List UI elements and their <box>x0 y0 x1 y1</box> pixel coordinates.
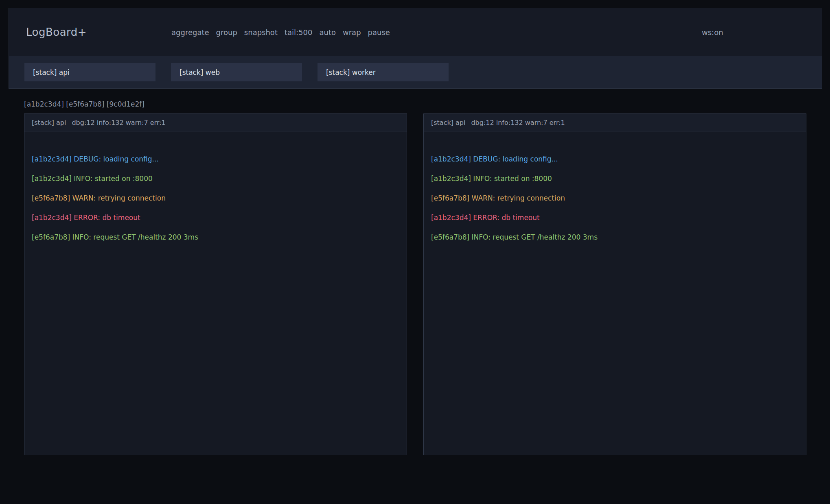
log-stream[interactable]: [a1b2c3d4] DEBUG: loading config... [a1b… <box>24 131 407 247</box>
panel-stack-label: [stack] api <box>431 119 465 127</box>
log-line: [a1b2c3d4] DEBUG: loading config... <box>32 149 399 169</box>
toolbar-item-wrap[interactable]: wrap <box>343 28 361 36</box>
stack-tab-worker[interactable]: [stack] worker <box>318 63 449 81</box>
toolbar-item-group[interactable]: group <box>216 28 237 36</box>
toolbar: aggregate group snapshot tail:500 auto w… <box>171 28 390 36</box>
websocket-status: ws:on <box>702 28 723 36</box>
toolbar-item-pause[interactable]: pause <box>368 28 390 36</box>
stack-tab-strip: [stack] api [stack] web [stack] worker <box>9 56 822 88</box>
log-panel-right: [stack] api dbg:12 info:132 warn:7 err:1… <box>423 113 806 455</box>
log-line: [a1b2c3d4] DEBUG: loading config... <box>431 149 799 169</box>
log-line: [a1b2c3d4] ERROR: db timeout <box>32 208 399 227</box>
stack-tab-web[interactable]: [stack] web <box>171 63 302 81</box>
panel-level-counters: dbg:12 info:132 warn:7 err:1 <box>471 119 565 127</box>
log-panels: [stack] api dbg:12 info:132 warn:7 err:1… <box>24 113 806 455</box>
header-top-row: LogBoard+ aggregate group snapshot tail:… <box>9 8 822 56</box>
log-line: [a1b2c3d4] INFO: started on :8000 <box>431 169 799 188</box>
log-panel-left: [stack] api dbg:12 info:132 warn:7 err:1… <box>24 113 407 455</box>
toolbar-item-aggregate[interactable]: aggregate <box>171 28 209 36</box>
app-header: LogBoard+ aggregate group snapshot tail:… <box>9 8 822 89</box>
log-line: [e5f6a7b8] WARN: retrying connection <box>32 188 399 208</box>
log-line: [e5f6a7b8] INFO: request GET /healthz 20… <box>32 227 399 247</box>
log-line: [e5f6a7b8] WARN: retrying connection <box>431 188 799 208</box>
log-line: [a1b2c3d4] INFO: started on :8000 <box>32 169 399 188</box>
toolbar-item-tail[interactable]: tail:500 <box>285 28 313 36</box>
log-panel-header: [stack] api dbg:12 info:132 warn:7 err:1 <box>24 114 407 131</box>
panel-stack-label: [stack] api <box>32 119 66 127</box>
log-line: [a1b2c3d4] ERROR: db timeout <box>431 208 799 227</box>
log-panel-header: [stack] api dbg:12 info:132 warn:7 err:1 <box>424 114 806 131</box>
stack-tab-api[interactable]: [stack] api <box>24 63 155 81</box>
log-line: [e5f6a7b8] INFO: request GET /healthz 20… <box>431 227 799 247</box>
toolbar-item-snapshot[interactable]: snapshot <box>244 28 278 36</box>
toolbar-item-auto[interactable]: auto <box>319 28 336 36</box>
app-title: LogBoard+ <box>26 26 87 38</box>
trace-id-breadcrumb: [a1b2c3d4] [e5f6a7b8] [9c0d1e2f] <box>24 100 145 108</box>
panel-level-counters: dbg:12 info:132 warn:7 err:1 <box>72 119 165 127</box>
log-stream[interactable]: [a1b2c3d4] DEBUG: loading config... [a1b… <box>424 131 806 247</box>
